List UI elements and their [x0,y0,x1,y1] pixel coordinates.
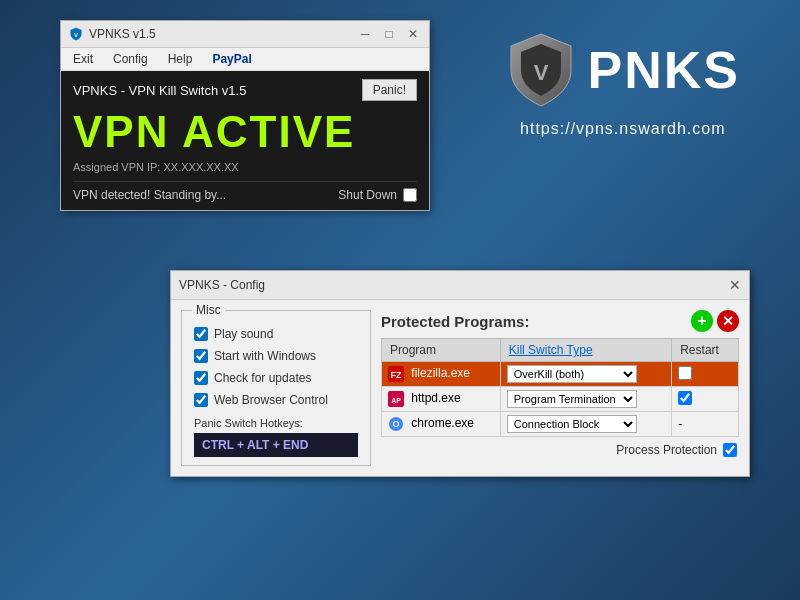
vpn-active-label: VPN ACTIVE [73,107,417,157]
web-browser-label: Web Browser Control [214,393,328,407]
kill-switch-chrome: Connection Block OverKill (both) Program… [500,412,671,437]
web-browser-checkbox[interactable] [194,393,208,407]
vpn-ip: Assigned VPN IP: XX.XXX.XX.XX [73,161,417,173]
shield-icon: V [506,30,576,110]
checkbox-check-updates: Check for updates [194,371,358,385]
programs-buttons: + ✕ [691,310,739,332]
misc-legend: Misc [192,303,225,317]
config-body: Misc Play sound Start with Windows Check… [171,300,749,476]
svg-text:FZ: FZ [391,370,402,380]
vpn-header-text: VPNKS - VPN Kill Switch v1.5 [73,83,246,98]
col-program: Program [382,339,501,362]
titlebar-left: V VPNKS v1.5 [69,27,156,41]
vpn-status-row: VPN detected! Standing by... Shut Down [73,181,417,202]
minimize-button[interactable]: ─ [357,27,373,41]
program-name-httpd: AP httpd.exe [382,387,501,412]
misc-panel: Misc Play sound Start with Windows Check… [181,310,371,466]
svg-text:AP: AP [391,397,401,404]
vpn-content: VPNKS - VPN Kill Switch v1.5 Panic! VPN … [61,71,429,210]
remove-program-button[interactable]: ✕ [717,310,739,332]
logo-area: V PNKS https://vpns.nswardh.com [506,30,740,138]
config-window: VPNKS - Config ✕ Misc Play sound Start w… [170,270,750,477]
menu-config[interactable]: Config [109,50,152,68]
restart-filezilla [672,362,739,387]
restart-chrome: - [672,412,739,437]
chrome-icon [388,416,404,432]
checkbox-start-windows: Start with Windows [194,349,358,363]
close-button[interactable]: ✕ [405,27,421,41]
process-protection-row: Process Protection [381,443,739,457]
kill-switch-select-httpd[interactable]: Program Termination OverKill (both) Conn… [507,390,637,408]
programs-table: Program Kill Switch Type Restart FZ [381,338,739,437]
config-close-button[interactable]: ✕ [729,277,741,293]
start-windows-checkbox[interactable] [194,349,208,363]
checkbox-web-browser: Web Browser Control [194,393,358,407]
hotkeys-value: CTRL + ALT + END [194,433,358,457]
httpd-icon: AP [388,391,404,407]
table-row: AP httpd.exe Program Termination OverKil… [382,387,739,412]
programs-panel: Protected Programs: + ✕ Program Kill Swi… [381,310,739,466]
menu-paypal[interactable]: PayPal [208,50,255,68]
kill-switch-select-chrome[interactable]: Connection Block OverKill (both) Program… [507,415,637,433]
col-restart: Restart [672,339,739,362]
shutdown-row: Shut Down [338,188,417,202]
programs-title: Protected Programs: [381,313,529,330]
filezilla-icon: FZ [388,366,404,382]
svg-text:V: V [533,60,548,85]
programs-header: Protected Programs: + ✕ [381,310,739,332]
maximize-button[interactable]: □ [381,27,397,41]
program-name-chrome: chrome.exe [382,412,501,437]
restart-checkbox-httpd[interactable] [678,391,692,405]
titlebar-controls[interactable]: ─ □ ✕ [357,27,421,41]
table-row: FZ filezilla.exe OverKill (both) Program… [382,362,739,387]
col-kill-switch: Kill Switch Type [500,339,671,362]
hotkeys-label: Panic Switch Hotkeys: [194,417,358,429]
play-sound-checkbox[interactable] [194,327,208,341]
vpn-window: V VPNKS v1.5 ─ □ ✕ Exit Config Help PayP… [60,20,430,211]
config-window-title: VPNKS - Config [179,278,265,292]
add-program-button[interactable]: + [691,310,713,332]
svg-point-8 [394,422,398,426]
menu-help[interactable]: Help [164,50,197,68]
check-updates-checkbox[interactable] [194,371,208,385]
menu-exit[interactable]: Exit [69,50,97,68]
checkbox-play-sound: Play sound [194,327,358,341]
process-protection-checkbox[interactable] [723,443,737,457]
logo-url: https://vpns.nswardh.com [520,120,725,138]
program-name-filezilla: FZ filezilla.exe [382,362,501,387]
play-sound-label: Play sound [214,327,273,341]
vpn-header-row: VPNKS - VPN Kill Switch v1.5 Panic! [73,79,417,101]
kill-switch-httpd: Program Termination OverKill (both) Conn… [500,387,671,412]
shutdown-checkbox[interactable] [403,188,417,202]
menu-bar: Exit Config Help PayPal [61,48,429,71]
check-updates-label: Check for updates [214,371,311,385]
process-protection-label: Process Protection [616,443,717,457]
logo-row: V PNKS [506,30,740,110]
logo-brand-text: PNKS [588,40,740,100]
restart-httpd [672,387,739,412]
restart-checkbox-filezilla[interactable] [678,366,692,380]
panic-button[interactable]: Panic! [362,79,417,101]
kill-switch-select-filezilla[interactable]: OverKill (both) Program Termination Conn… [507,365,637,383]
vpn-status-text: VPN detected! Standing by... [73,188,226,202]
vpn-shield-icon: V [69,27,83,41]
hotkeys-section: Panic Switch Hotkeys: CTRL + ALT + END [194,417,358,457]
config-titlebar: VPNKS - Config ✕ [171,271,749,300]
shutdown-label: Shut Down [338,188,397,202]
kill-switch-filezilla: OverKill (both) Program Termination Conn… [500,362,671,387]
vpn-titlebar: V VPNKS v1.5 ─ □ ✕ [61,21,429,48]
table-row: chrome.exe Connection Block OverKill (bo… [382,412,739,437]
start-windows-label: Start with Windows [214,349,316,363]
vpn-window-title: VPNKS v1.5 [89,27,156,41]
